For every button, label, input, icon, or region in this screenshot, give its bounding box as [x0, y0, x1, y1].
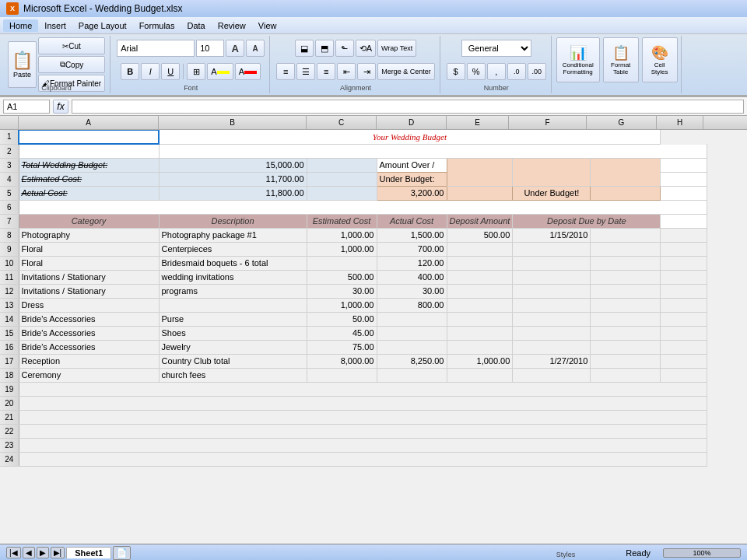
cell-c11[interactable]: 500.00: [307, 270, 377, 284]
cell-b18[interactable]: church fees: [159, 368, 307, 382]
cell-g12[interactable]: [591, 284, 661, 298]
cell-f16[interactable]: [513, 340, 591, 354]
cell-e11[interactable]: [447, 270, 513, 284]
increase-indent-button[interactable]: ⇥: [357, 63, 376, 80]
rownum-21[interactable]: 21: [0, 410, 19, 424]
cell-d13[interactable]: 800.00: [377, 298, 447, 312]
sheet-nav-last[interactable]: ▶|: [51, 547, 65, 558]
sheet-nav-next[interactable]: ▶: [37, 547, 49, 558]
cell-f15[interactable]: [513, 326, 591, 340]
font-name-input[interactable]: [117, 40, 195, 57]
merge-center-button[interactable]: Merge & Center: [377, 63, 435, 80]
increase-decimal-button[interactable]: .00: [528, 63, 546, 80]
cell-g13[interactable]: [591, 298, 661, 312]
cell-h12[interactable]: [661, 284, 707, 298]
cell-a8[interactable]: Photography: [19, 228, 159, 242]
menu-review[interactable]: Review: [212, 19, 252, 32]
cell-c3[interactable]: [307, 158, 377, 172]
rownum-24[interactable]: 24: [0, 452, 19, 466]
decrease-font-button[interactable]: A: [246, 40, 265, 57]
cell-c14[interactable]: 50.00: [307, 312, 377, 326]
increase-font-button[interactable]: A: [226, 40, 244, 57]
add-sheet-button[interactable]: 📄: [113, 546, 131, 560]
cell-g5[interactable]: [591, 186, 661, 200]
rownum-15[interactable]: 15: [0, 326, 19, 340]
cell-d17[interactable]: 8,250.00: [377, 354, 447, 368]
cell-b13[interactable]: [159, 298, 307, 312]
cell-g8[interactable]: [591, 228, 661, 242]
cell-g9[interactable]: [591, 242, 661, 256]
cell-a4[interactable]: Estimated Cost:: [19, 172, 159, 186]
cell-d3[interactable]: Amount Over /: [377, 158, 447, 172]
menu-view[interactable]: View: [252, 19, 283, 32]
cell-b9[interactable]: Centerpieces: [159, 242, 307, 256]
header-deposit[interactable]: Deposit Amount: [447, 214, 513, 228]
sheet-nav-prev[interactable]: ◀: [23, 547, 35, 558]
cell-f12[interactable]: [513, 284, 591, 298]
col-header-a[interactable]: A: [19, 116, 159, 129]
rownum-22[interactable]: 22: [0, 424, 19, 438]
align-top-right-button[interactable]: ⬑: [335, 40, 354, 57]
cell-h11[interactable]: [661, 270, 707, 284]
cell-c5[interactable]: [307, 186, 377, 200]
conditional-formatting-button[interactable]: 📊 Conditional Formatting: [556, 37, 600, 82]
cell-h9[interactable]: [661, 242, 707, 256]
align-right-button[interactable]: ≡: [317, 63, 335, 80]
cell-d18[interactable]: [377, 368, 447, 382]
cell-f17[interactable]: 1/27/2010: [513, 354, 591, 368]
sheet-tab-sheet1[interactable]: Sheet1: [66, 547, 111, 558]
wrap-text-button[interactable]: Wrap Text: [377, 40, 416, 57]
header-act-cost[interactable]: Actual Cost: [377, 214, 447, 228]
align-top-center-button[interactable]: ⬒: [315, 40, 334, 57]
cell-b15[interactable]: Shoes: [159, 326, 307, 340]
cell-d10[interactable]: 120.00: [377, 256, 447, 270]
cell-c8[interactable]: 1,000.00: [307, 228, 377, 242]
cell-e13[interactable]: [447, 298, 513, 312]
cell-a13[interactable]: Dress: [19, 298, 159, 312]
cell-h8[interactable]: [661, 228, 707, 242]
cell-a17[interactable]: Reception: [19, 354, 159, 368]
menu-home[interactable]: Home: [3, 19, 38, 32]
rownum-8[interactable]: 8: [0, 228, 19, 242]
rownum-20[interactable]: 20: [0, 396, 19, 410]
cell-b16[interactable]: Jewelry: [159, 340, 307, 354]
rownum-5[interactable]: 5: [0, 186, 19, 200]
italic-button[interactable]: I: [141, 63, 160, 80]
rownum-6[interactable]: 6: [0, 200, 19, 214]
font-size-input[interactable]: [196, 40, 224, 57]
cell-f13[interactable]: [513, 298, 591, 312]
cell-h4[interactable]: [661, 172, 707, 186]
cell-a14[interactable]: Bride's Accessories: [19, 312, 159, 326]
cell-e9[interactable]: [447, 242, 513, 256]
cell-f11[interactable]: [513, 270, 591, 284]
cell-a2[interactable]: [19, 144, 159, 158]
cell-g17[interactable]: [591, 354, 661, 368]
cell-b12[interactable]: programs: [159, 284, 307, 298]
cell-f14[interactable]: [513, 312, 591, 326]
cell-c18[interactable]: [307, 368, 377, 382]
cell-e8[interactable]: 500.00: [447, 228, 513, 242]
cell-a18[interactable]: Ceremony: [19, 368, 159, 382]
cell-e3[interactable]: [447, 158, 513, 186]
rownum-23[interactable]: 23: [0, 438, 19, 452]
cell-b1[interactable]: Your Wedding Budget: [159, 130, 661, 144]
rownum-17[interactable]: 17: [0, 354, 19, 368]
cell-a1[interactable]: [19, 130, 159, 144]
col-header-f[interactable]: F: [509, 116, 587, 129]
rownum-1[interactable]: 1: [0, 130, 19, 144]
sheet-nav-first[interactable]: |◀: [6, 547, 21, 558]
cell-g16[interactable]: [591, 340, 661, 354]
copy-button[interactable]: ⧉ Copy: [38, 56, 105, 73]
rownum-9[interactable]: 9: [0, 242, 19, 256]
col-header-b[interactable]: B: [159, 116, 307, 129]
fill-color-button[interactable]: A: [207, 63, 233, 80]
cell-b11[interactable]: wedding invitations: [159, 270, 307, 284]
cell-b5[interactable]: 11,800.00: [159, 186, 307, 200]
borders-button[interactable]: ⊞: [187, 63, 205, 80]
cell-d14[interactable]: [377, 312, 447, 326]
decrease-indent-button[interactable]: ⇤: [337, 63, 356, 80]
menu-formulas[interactable]: Formulas: [133, 19, 181, 32]
cell-b8[interactable]: Photography package #1: [159, 228, 307, 242]
fx-button[interactable]: fx: [53, 100, 68, 114]
cell-b4[interactable]: 11,700.00: [159, 172, 307, 186]
